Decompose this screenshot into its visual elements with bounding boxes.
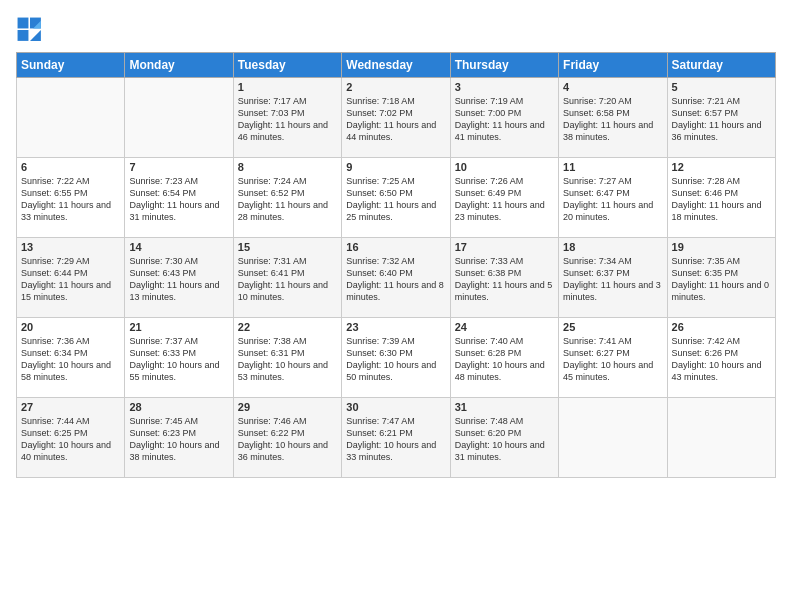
day-number: 29 — [238, 401, 337, 413]
weekday-header-monday: Monday — [125, 53, 233, 78]
day-number: 8 — [238, 161, 337, 173]
calendar-cell: 14Sunrise: 7:30 AMSunset: 6:43 PMDayligh… — [125, 238, 233, 318]
day-number: 25 — [563, 321, 662, 333]
calendar-cell — [125, 78, 233, 158]
day-number: 28 — [129, 401, 228, 413]
calendar-week-row: 27Sunrise: 7:44 AMSunset: 6:25 PMDayligh… — [17, 398, 776, 478]
cell-info: Sunrise: 7:48 AMSunset: 6:20 PMDaylight:… — [455, 415, 554, 464]
cell-info: Sunrise: 7:31 AMSunset: 6:41 PMDaylight:… — [238, 255, 337, 304]
logo-icon — [16, 16, 44, 44]
day-number: 13 — [21, 241, 120, 253]
day-number: 11 — [563, 161, 662, 173]
weekday-header-sunday: Sunday — [17, 53, 125, 78]
calendar-cell: 25Sunrise: 7:41 AMSunset: 6:27 PMDayligh… — [559, 318, 667, 398]
cell-info: Sunrise: 7:23 AMSunset: 6:54 PMDaylight:… — [129, 175, 228, 224]
calendar-cell — [667, 398, 775, 478]
day-number: 3 — [455, 81, 554, 93]
calendar-cell: 21Sunrise: 7:37 AMSunset: 6:33 PMDayligh… — [125, 318, 233, 398]
cell-info: Sunrise: 7:40 AMSunset: 6:28 PMDaylight:… — [455, 335, 554, 384]
cell-info: Sunrise: 7:37 AMSunset: 6:33 PMDaylight:… — [129, 335, 228, 384]
calendar-cell: 12Sunrise: 7:28 AMSunset: 6:46 PMDayligh… — [667, 158, 775, 238]
cell-info: Sunrise: 7:19 AMSunset: 7:00 PMDaylight:… — [455, 95, 554, 144]
logo — [16, 16, 46, 44]
cell-info: Sunrise: 7:21 AMSunset: 6:57 PMDaylight:… — [672, 95, 771, 144]
svg-marker-3 — [30, 30, 41, 41]
cell-info: Sunrise: 7:47 AMSunset: 6:21 PMDaylight:… — [346, 415, 445, 464]
calendar-week-row: 1Sunrise: 7:17 AMSunset: 7:03 PMDaylight… — [17, 78, 776, 158]
day-number: 14 — [129, 241, 228, 253]
calendar-cell: 28Sunrise: 7:45 AMSunset: 6:23 PMDayligh… — [125, 398, 233, 478]
day-number: 1 — [238, 81, 337, 93]
cell-info: Sunrise: 7:34 AMSunset: 6:37 PMDaylight:… — [563, 255, 662, 304]
cell-info: Sunrise: 7:35 AMSunset: 6:35 PMDaylight:… — [672, 255, 771, 304]
day-number: 24 — [455, 321, 554, 333]
calendar-cell: 22Sunrise: 7:38 AMSunset: 6:31 PMDayligh… — [233, 318, 341, 398]
calendar-cell: 9Sunrise: 7:25 AMSunset: 6:50 PMDaylight… — [342, 158, 450, 238]
day-number: 23 — [346, 321, 445, 333]
weekday-header-wednesday: Wednesday — [342, 53, 450, 78]
day-number: 10 — [455, 161, 554, 173]
day-number: 2 — [346, 81, 445, 93]
weekday-header-row: SundayMondayTuesdayWednesdayThursdayFrid… — [17, 53, 776, 78]
day-number: 6 — [21, 161, 120, 173]
calendar-cell: 2Sunrise: 7:18 AMSunset: 7:02 PMDaylight… — [342, 78, 450, 158]
calendar-cell: 29Sunrise: 7:46 AMSunset: 6:22 PMDayligh… — [233, 398, 341, 478]
day-number: 30 — [346, 401, 445, 413]
day-number: 21 — [129, 321, 228, 333]
day-number: 20 — [21, 321, 120, 333]
cell-info: Sunrise: 7:27 AMSunset: 6:47 PMDaylight:… — [563, 175, 662, 224]
weekday-header-tuesday: Tuesday — [233, 53, 341, 78]
calendar-cell: 6Sunrise: 7:22 AMSunset: 6:55 PMDaylight… — [17, 158, 125, 238]
calendar-cell: 23Sunrise: 7:39 AMSunset: 6:30 PMDayligh… — [342, 318, 450, 398]
calendar-cell — [17, 78, 125, 158]
cell-info: Sunrise: 7:33 AMSunset: 6:38 PMDaylight:… — [455, 255, 554, 304]
day-number: 17 — [455, 241, 554, 253]
cell-info: Sunrise: 7:44 AMSunset: 6:25 PMDaylight:… — [21, 415, 120, 464]
calendar-cell: 24Sunrise: 7:40 AMSunset: 6:28 PMDayligh… — [450, 318, 558, 398]
day-number: 9 — [346, 161, 445, 173]
calendar-cell: 8Sunrise: 7:24 AMSunset: 6:52 PMDaylight… — [233, 158, 341, 238]
cell-info: Sunrise: 7:45 AMSunset: 6:23 PMDaylight:… — [129, 415, 228, 464]
svg-rect-0 — [18, 18, 29, 29]
calendar-cell: 11Sunrise: 7:27 AMSunset: 6:47 PMDayligh… — [559, 158, 667, 238]
calendar-cell: 19Sunrise: 7:35 AMSunset: 6:35 PMDayligh… — [667, 238, 775, 318]
cell-info: Sunrise: 7:24 AMSunset: 6:52 PMDaylight:… — [238, 175, 337, 224]
day-number: 5 — [672, 81, 771, 93]
calendar-cell: 13Sunrise: 7:29 AMSunset: 6:44 PMDayligh… — [17, 238, 125, 318]
calendar-cell: 31Sunrise: 7:48 AMSunset: 6:20 PMDayligh… — [450, 398, 558, 478]
day-number: 18 — [563, 241, 662, 253]
weekday-header-thursday: Thursday — [450, 53, 558, 78]
calendar-cell: 3Sunrise: 7:19 AMSunset: 7:00 PMDaylight… — [450, 78, 558, 158]
cell-info: Sunrise: 7:17 AMSunset: 7:03 PMDaylight:… — [238, 95, 337, 144]
day-number: 7 — [129, 161, 228, 173]
calendar-week-row: 6Sunrise: 7:22 AMSunset: 6:55 PMDaylight… — [17, 158, 776, 238]
calendar-cell: 4Sunrise: 7:20 AMSunset: 6:58 PMDaylight… — [559, 78, 667, 158]
cell-info: Sunrise: 7:20 AMSunset: 6:58 PMDaylight:… — [563, 95, 662, 144]
calendar-cell: 10Sunrise: 7:26 AMSunset: 6:49 PMDayligh… — [450, 158, 558, 238]
day-number: 4 — [563, 81, 662, 93]
day-number: 27 — [21, 401, 120, 413]
cell-info: Sunrise: 7:30 AMSunset: 6:43 PMDaylight:… — [129, 255, 228, 304]
calendar-cell: 20Sunrise: 7:36 AMSunset: 6:34 PMDayligh… — [17, 318, 125, 398]
calendar-cell: 17Sunrise: 7:33 AMSunset: 6:38 PMDayligh… — [450, 238, 558, 318]
cell-info: Sunrise: 7:39 AMSunset: 6:30 PMDaylight:… — [346, 335, 445, 384]
cell-info: Sunrise: 7:22 AMSunset: 6:55 PMDaylight:… — [21, 175, 120, 224]
page-header — [16, 16, 776, 44]
cell-info: Sunrise: 7:26 AMSunset: 6:49 PMDaylight:… — [455, 175, 554, 224]
calendar-cell: 27Sunrise: 7:44 AMSunset: 6:25 PMDayligh… — [17, 398, 125, 478]
day-number: 22 — [238, 321, 337, 333]
weekday-header-friday: Friday — [559, 53, 667, 78]
calendar-week-row: 13Sunrise: 7:29 AMSunset: 6:44 PMDayligh… — [17, 238, 776, 318]
cell-info: Sunrise: 7:41 AMSunset: 6:27 PMDaylight:… — [563, 335, 662, 384]
day-number: 31 — [455, 401, 554, 413]
day-number: 16 — [346, 241, 445, 253]
day-number: 15 — [238, 241, 337, 253]
day-number: 26 — [672, 321, 771, 333]
cell-info: Sunrise: 7:36 AMSunset: 6:34 PMDaylight:… — [21, 335, 120, 384]
svg-rect-2 — [18, 30, 29, 41]
cell-info: Sunrise: 7:29 AMSunset: 6:44 PMDaylight:… — [21, 255, 120, 304]
cell-info: Sunrise: 7:38 AMSunset: 6:31 PMDaylight:… — [238, 335, 337, 384]
calendar-table: SundayMondayTuesdayWednesdayThursdayFrid… — [16, 52, 776, 478]
cell-info: Sunrise: 7:46 AMSunset: 6:22 PMDaylight:… — [238, 415, 337, 464]
calendar-cell: 18Sunrise: 7:34 AMSunset: 6:37 PMDayligh… — [559, 238, 667, 318]
